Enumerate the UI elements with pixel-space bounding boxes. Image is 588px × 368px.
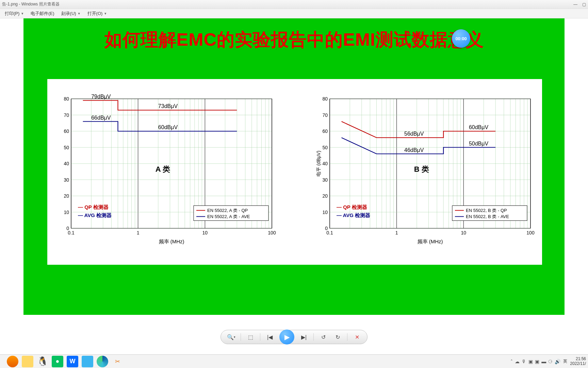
volume-icon[interactable]: 🔊 (555, 359, 560, 364)
snip-icon[interactable]: ✂ (112, 356, 123, 367)
menu-print[interactable]: 打印(P)▼ (2, 11, 27, 17)
wechat-icon[interactable]: ● (52, 356, 63, 367)
svg-text:频率 (MHz): 频率 (MHz) (418, 239, 443, 244)
battery-icon[interactable]: ▬ (541, 359, 546, 364)
taskbar: 🐧 ● W ✂ ˄ ☁ 🎙 ▣ ▣ ▬ ⚆ 🔊 英 21:56 2022/11/ (0, 354, 588, 368)
window-titlebar: 告-1.png - Windows 照片查看器 — ▢ (0, 0, 588, 9)
wps-icon[interactable]: W (67, 356, 78, 367)
window-max[interactable]: ▢ (582, 2, 586, 7)
viewer-toolbar: 🔍▾ ⬚ |◀ ▶ ▶| ↺ ↻ ✕ (220, 330, 368, 344)
ime-indicator[interactable]: 英 (563, 358, 567, 364)
svg-text:100: 100 (526, 230, 535, 235)
tray-clock[interactable]: 21:56 2022/11/ (570, 357, 586, 366)
svg-text:1: 1 (395, 230, 398, 235)
svg-text:60dBμV: 60dBμV (469, 124, 489, 130)
svg-text:60: 60 (322, 128, 328, 134)
svg-text:80: 80 (64, 96, 69, 102)
slide-heading: 如何理解EMC的实验报告中的EMI测试数据意义 (23, 28, 565, 52)
svg-text:50: 50 (64, 145, 69, 150)
delete-button[interactable]: ✕ (352, 332, 362, 342)
svg-text:60dBμV: 60dBμV (158, 124, 178, 130)
rotate-cw-button[interactable]: ↻ (333, 332, 342, 342)
svg-text:0.1: 0.1 (68, 230, 75, 235)
menu-burn[interactable]: 刻录(U)▼ (59, 11, 83, 17)
edge-icon[interactable] (97, 356, 108, 367)
svg-text:73dBμV: 73dBμV (158, 103, 178, 109)
chart-class-a: 010203040506070800.1110100频率 (MHz)79dBμV… (58, 92, 279, 262)
menu-open[interactable]: 打开(O)▼ (85, 11, 110, 17)
svg-text:46dBμV: 46dBμV (404, 147, 424, 153)
mic-icon[interactable]: 🎙 (522, 359, 526, 364)
firefox-icon[interactable] (7, 356, 18, 367)
svg-text:EN 55022, B 类 - QP: EN 55022, B 类 - QP (466, 208, 507, 213)
chevron-down-icon: ▼ (21, 12, 24, 15)
svg-text:— AVG 检测器: — AVG 检测器 (337, 212, 370, 218)
separator (260, 333, 260, 341)
svg-text:0.1: 0.1 (326, 230, 333, 235)
svg-text:EN 55022, B 类 - AVE: EN 55022, B 类 - AVE (466, 214, 509, 219)
chart-container: 010203040506070800.1110100频率 (MHz)79dBμV… (47, 79, 542, 265)
chart-class-b: 010203040506070800.1110100频率 (MHz)电平 (dB… (316, 92, 537, 262)
svg-text:10: 10 (64, 210, 69, 215)
svg-text:— QP 检测器: — QP 检测器 (78, 204, 109, 210)
photos-icon[interactable] (82, 356, 93, 367)
qq-icon[interactable]: 🐧 (37, 356, 48, 367)
chevron-down-icon: ▼ (104, 12, 107, 15)
svg-text:频率 (MHz): 频率 (MHz) (159, 239, 184, 244)
cloud-icon[interactable]: ☁ (515, 359, 520, 364)
menubar: 打印(P)▼ 电子邮件(E) 刻录(U)▼ 打开(O)▼ (0, 9, 588, 18)
slideshow-button[interactable]: ▶ (279, 329, 294, 344)
menu-email[interactable]: 电子邮件(E) (28, 11, 57, 17)
svg-text:66dBμV: 66dBμV (91, 115, 111, 121)
separator (241, 333, 241, 341)
svg-text:— QP 检测器: — QP 检测器 (337, 204, 367, 210)
fit-button[interactable]: ⬚ (246, 332, 255, 342)
svg-text:1: 1 (137, 230, 140, 235)
recording-timer-badge: 00:00 (452, 29, 470, 48)
svg-text:电平 (dBμV): 电平 (dBμV) (316, 151, 321, 177)
svg-text:30: 30 (64, 177, 69, 183)
file-explorer-icon[interactable] (22, 356, 33, 367)
svg-text:50dBμV: 50dBμV (469, 141, 489, 147)
svg-text:— AVG 检测器: — AVG 检测器 (78, 212, 112, 218)
window-title: 告-1.png - Windows 照片查看器 (2, 1, 60, 7)
tray-icon[interactable]: ▣ (528, 359, 533, 364)
slide-page: 如何理解EMC的实验报告中的EMI测试数据意义 0102030405060708… (23, 18, 565, 315)
rotate-ccw-button[interactable]: ↺ (318, 332, 328, 342)
svg-text:79dBμV: 79dBμV (91, 94, 111, 99)
separator (313, 333, 314, 341)
wifi-icon[interactable]: ⚆ (548, 359, 553, 364)
taskbar-apps: 🐧 ● W ✂ (7, 356, 123, 367)
svg-text:70: 70 (322, 112, 328, 118)
svg-text:40: 40 (64, 161, 69, 166)
system-tray: ˄ ☁ 🎙 ▣ ▣ ▬ ⚆ 🔊 英 21:56 2022/11/ (510, 357, 586, 366)
svg-text:70: 70 (64, 112, 69, 118)
separator (347, 333, 347, 341)
svg-text:60: 60 (64, 128, 69, 134)
chevron-down-icon: ▼ (78, 12, 81, 15)
svg-text:50: 50 (322, 145, 328, 150)
window-min[interactable]: — (573, 2, 577, 7)
photo-viewer-area: 如何理解EMC的实验报告中的EMI测试数据意义 0102030405060708… (0, 18, 588, 315)
svg-text:30: 30 (322, 177, 328, 183)
tray-icon[interactable]: ▣ (535, 359, 539, 364)
svg-text:A 类: A 类 (156, 165, 170, 173)
svg-text:20: 20 (322, 193, 328, 199)
svg-text:80: 80 (322, 96, 328, 102)
svg-text:EN 55022, A 类 - QP: EN 55022, A 类 - QP (207, 208, 248, 213)
svg-text:40: 40 (322, 161, 328, 166)
chevron-up-icon[interactable]: ˄ (510, 359, 513, 364)
zoom-button[interactable]: 🔍▾ (226, 332, 236, 342)
svg-text:56dBμV: 56dBμV (404, 131, 424, 137)
svg-text:20: 20 (64, 193, 69, 199)
svg-text:B 类: B 类 (414, 165, 429, 173)
svg-text:EN 55022, A 类 - AVE: EN 55022, A 类 - AVE (207, 214, 250, 219)
next-button[interactable]: ▶| (299, 332, 309, 342)
svg-text:10: 10 (322, 210, 328, 215)
svg-text:10: 10 (461, 230, 467, 235)
svg-text:100: 100 (268, 230, 276, 235)
prev-button[interactable]: |◀ (265, 332, 275, 342)
svg-text:10: 10 (202, 230, 208, 235)
